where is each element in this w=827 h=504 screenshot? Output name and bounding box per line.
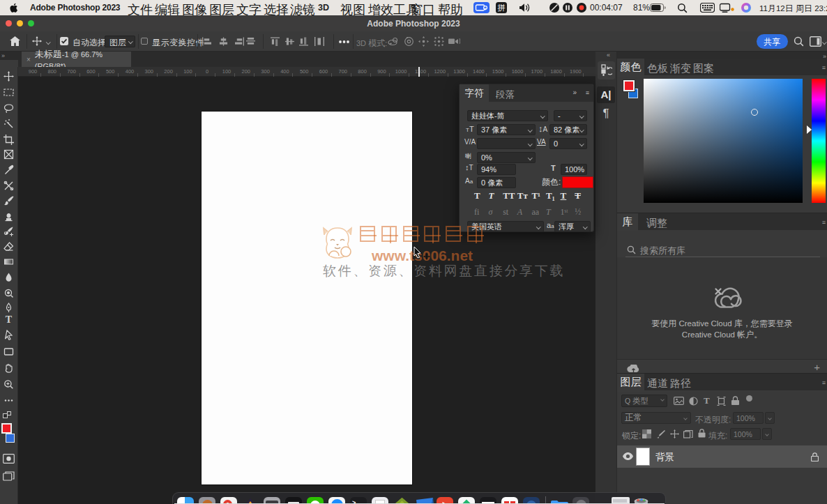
- svg-text:T: T: [6, 314, 13, 325]
